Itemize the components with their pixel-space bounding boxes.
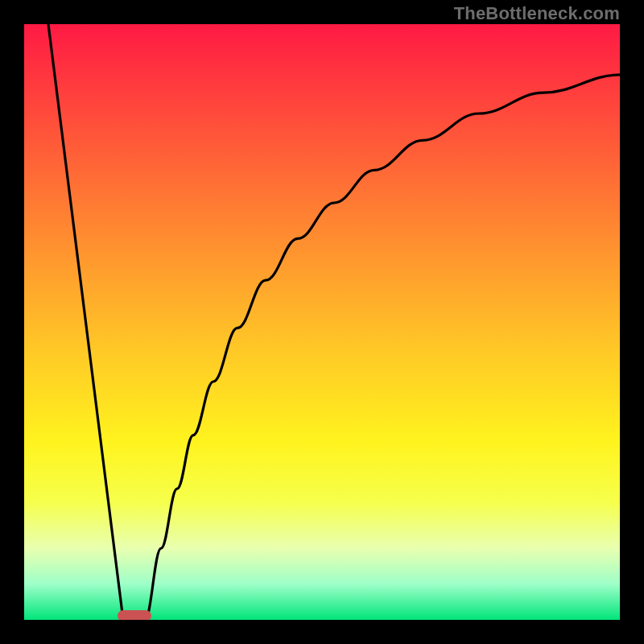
- chart-frame: TheBottleneck.com: [0, 0, 644, 644]
- optimum-marker: [118, 610, 151, 620]
- watermark-text: TheBottleneck.com: [454, 3, 620, 24]
- plot-area: [24, 24, 620, 620]
- bottleneck-curve: [24, 24, 620, 620]
